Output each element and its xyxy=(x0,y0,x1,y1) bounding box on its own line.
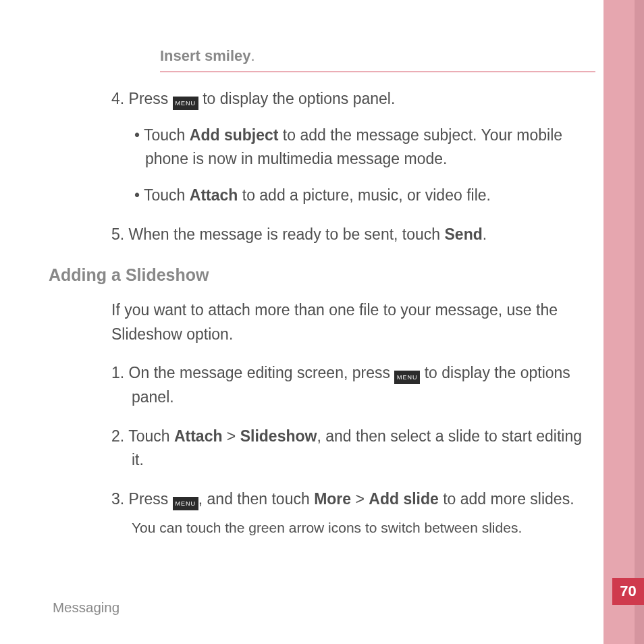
page-content: Insert smiley. 4. Press MENU to display … xyxy=(0,0,594,644)
step-4-num: 4. xyxy=(111,90,129,107)
num: 1. xyxy=(111,364,129,381)
text-a: Touch xyxy=(144,126,190,144)
text-d: Add slide xyxy=(369,490,439,508)
header-bold: Insert smiley xyxy=(160,47,251,64)
section-continuation-header: Insert smiley. xyxy=(160,47,595,72)
num: 2. xyxy=(111,427,128,445)
text-b: Send xyxy=(445,225,483,243)
slideshow-step-2: 2. Touch Attach > Slideshow, and then se… xyxy=(111,425,597,473)
text-a: When the message is ready to be sent, to… xyxy=(129,225,445,243)
text-c: Slideshow xyxy=(240,427,317,445)
text-a: Touch xyxy=(144,186,190,204)
bullet: • xyxy=(134,126,144,144)
step-5: 5. When the message is ready to be sent,… xyxy=(111,223,597,247)
step-4: 4. Press MENU to display the options pan… xyxy=(111,87,597,111)
step-4-text-b: to display the options panel. xyxy=(198,90,396,107)
text-a: Touch xyxy=(128,427,174,445)
step-4-bullet-1: • Touch Add subject to add the message s… xyxy=(126,124,597,171)
header-tail: . xyxy=(251,47,255,64)
text-c: More xyxy=(314,490,351,508)
text-c: to add a picture, music, or video file. xyxy=(238,186,491,204)
text-e: to add more slides. xyxy=(439,490,574,508)
num: 3. xyxy=(111,490,129,508)
page-number: 70 xyxy=(612,578,644,605)
gt2: > xyxy=(351,490,369,508)
body-block-1: 4. Press MENU to display the options pan… xyxy=(111,87,597,246)
footer-section-name: Messaging xyxy=(53,599,119,616)
text-c: . xyxy=(483,225,487,243)
slideshow-intro: If you want to attach more than one file… xyxy=(111,298,597,346)
step-5-num: 5. xyxy=(111,225,129,243)
menu-icon: MENU xyxy=(394,371,420,384)
slideshow-note: You can touch the green arrow icons to s… xyxy=(132,517,597,539)
text-a: On the message editing screen, press xyxy=(129,364,395,381)
menu-icon: MENU xyxy=(173,497,198,510)
page-outer-bar xyxy=(635,0,644,644)
text-b: Attach xyxy=(174,427,223,445)
slideshow-step-3: 3. Press MENU, and then touch More > Add… xyxy=(111,487,597,512)
gt1: > xyxy=(222,427,240,445)
text-b: Attach xyxy=(190,186,238,204)
heading-adding-slideshow: Adding a Slideshow xyxy=(49,265,594,285)
text-b: , and then touch xyxy=(198,490,314,508)
body-block-2: If you want to attach more than one file… xyxy=(111,298,597,539)
step-4-text-a: Press xyxy=(129,90,173,107)
text-a: Press xyxy=(129,490,173,508)
text-b: Add subject xyxy=(190,126,279,144)
bullet: • xyxy=(134,186,144,204)
slideshow-step-1: 1. On the message editing screen, press … xyxy=(111,361,597,409)
menu-icon: MENU xyxy=(173,97,198,110)
step-4-bullet-2: • Touch Attach to add a picture, music, … xyxy=(126,184,597,208)
